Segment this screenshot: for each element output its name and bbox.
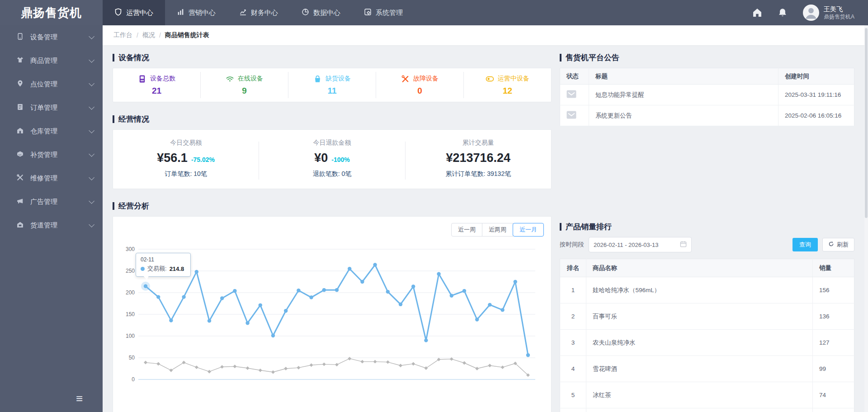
home-icon[interactable] — [752, 8, 762, 18]
user-name: 王美飞 — [824, 5, 854, 13]
device-overview-card: 设备总数21在线设备9缺货设备11故障设备0运营中设备12 — [113, 68, 552, 102]
pin-icon — [16, 80, 30, 89]
top-bar: 鼎扬售货机 运营中心营销中心财务中心数据中心系统管理 王美飞 鼎扬售货机A — [0, 0, 868, 25]
announcements-table: 状态标题创建时间 短息功能异常提醒 2025-03-31 19:11:16 系统… — [560, 68, 854, 126]
rank-number: 3 — [560, 330, 586, 356]
sidebar-item-8[interactable]: 广告管理 — [0, 190, 103, 213]
sidebar-item-1[interactable]: 设备管理 — [0, 25, 103, 49]
shield-icon — [114, 8, 122, 17]
bell-icon[interactable] — [778, 8, 788, 18]
announcement-row-1[interactable]: 短息功能异常提醒 2025-03-31 19:11:16 — [560, 85, 854, 105]
ranking-section-title: 产品销量排行 — [560, 222, 854, 232]
device-stat-1: 设备总数21 — [113, 75, 200, 96]
nav-item-1[interactable]: 运营中心 — [103, 0, 165, 25]
avatar — [803, 5, 819, 21]
breadcrumb-item-1[interactable]: 工作台 — [113, 31, 132, 39]
system-icon — [364, 8, 372, 17]
svg-text:200: 200 — [126, 289, 135, 296]
title-bar — [560, 54, 561, 62]
title-bar — [113, 115, 114, 123]
envelope-icon — [566, 90, 576, 98]
ranking-row-2[interactable]: 2 百事可乐 136 — [560, 303, 854, 330]
ranking-filter-row: 按时间段 2026-02-11 - 2026-03-13 查询 刷新 — [560, 237, 854, 252]
svg-text:250: 250 — [126, 268, 135, 274]
tools-icon — [401, 75, 410, 83]
sidebar-item-7[interactable]: 维修管理 — [0, 166, 103, 190]
announcement-time: 2025-03-31 19:11:16 — [778, 85, 854, 105]
range-button-1[interactable]: 近一周 — [451, 223, 482, 237]
title-bar — [113, 202, 114, 210]
rank-number: 4 — [560, 356, 586, 382]
topbar-right: 王美飞 鼎扬售货机A — [752, 0, 868, 25]
content: 工作台/概况/商品销售统计表 设备情况 设备总数21在线设备9缺货设备11故障设… — [103, 25, 868, 412]
nav-item-3[interactable]: 财务中心 — [227, 0, 290, 25]
lane-icon — [16, 221, 30, 230]
bars-icon — [177, 8, 184, 17]
user-menu[interactable]: 王美飞 鼎扬售货机A — [803, 5, 854, 21]
device-icon — [16, 33, 30, 42]
chevron-down-icon — [89, 33, 94, 39]
sales-qty: 68 — [813, 408, 854, 412]
series-dot — [141, 267, 145, 271]
envelope-icon — [566, 111, 576, 119]
app-logo: 鼎扬售货机 — [0, 0, 103, 25]
sales-qty: 127 — [813, 330, 854, 356]
product-name: 可口可乐（330mL） — [586, 408, 813, 412]
ranking-row-3[interactable]: 3 农夫山泉纯净水 127 — [560, 330, 854, 356]
chevron-down-icon — [89, 175, 94, 180]
range-buttons: 近一周近两周近一月 — [113, 217, 551, 237]
page: 鼎扬售货机 运营中心营销中心财务中心数据中心系统管理 王美飞 鼎扬售货机A 设备… — [0, 0, 868, 412]
range-button-2[interactable]: 近两周 — [482, 223, 513, 237]
device-stat-value: 0 — [417, 86, 422, 96]
business-section-title: 经营情况 — [113, 114, 552, 124]
refresh-button[interactable]: 刷新 — [822, 238, 854, 251]
device-section-title: 设备情况 — [113, 52, 552, 62]
collapse-menu-icon[interactable]: ≡ — [76, 392, 83, 406]
ranking-row-4[interactable]: 4 雪花啤酒 99 — [560, 356, 854, 382]
nav-item-4[interactable]: 数据中心 — [290, 0, 352, 25]
product-name: 冰红茶 — [586, 382, 813, 408]
ranking-row-1[interactable]: 1 娃哈哈纯净水（596mL） 156 — [560, 277, 854, 303]
business-stat-1: 今日交易额 ¥56.1-75.02% 订单笔数: 10笔 — [113, 139, 259, 182]
sidebar-item-6[interactable]: 补货管理 — [0, 143, 103, 166]
date-range-input[interactable]: 2026-02-11 - 2026-03-13 — [589, 237, 692, 252]
repair-icon — [16, 174, 30, 183]
chart-tooltip: 02-11 交易额: 214.8 — [136, 253, 191, 277]
sidebar-item-5[interactable]: 仓库管理 — [0, 119, 103, 143]
order-icon — [16, 103, 30, 112]
chevron-down-icon — [89, 128, 94, 133]
ranking-row-6[interactable]: 6 可口可乐（330mL） 68 — [560, 408, 854, 412]
page-scrollbar[interactable] — [864, 25, 868, 412]
business-stat-3: 累计交易量 ¥213716.24 累计订单笔数: 39132笔 — [406, 139, 551, 182]
rank-number: 5 — [560, 382, 586, 408]
announcements-section-title: 售货机平台公告 — [560, 52, 854, 62]
breadcrumb-item-3: 商品销售统计表 — [165, 31, 209, 39]
nav-item-5[interactable]: 系统管理 — [352, 0, 415, 25]
scrollbar-thumb[interactable] — [865, 28, 868, 218]
calendar-icon — [680, 241, 687, 249]
sidebar-item-3[interactable]: 点位管理 — [0, 72, 103, 96]
nav-item-2[interactable]: 营销中心 — [165, 0, 227, 25]
business-value: ¥213716.24 — [446, 151, 510, 165]
chevron-down-icon — [89, 198, 94, 204]
rank-number: 6 — [560, 408, 586, 412]
query-button[interactable]: 查询 — [793, 238, 818, 251]
chevron-down-icon — [89, 57, 94, 63]
product-name: 农夫山泉纯净水 — [586, 330, 813, 356]
sidebar-item-4[interactable]: 订单管理 — [0, 96, 103, 119]
tooltip-value: 214.8 — [170, 265, 184, 272]
announcement-row-2[interactable]: 系统更新公告 2025-02-06 16:05:16 — [560, 105, 854, 126]
device-stat-value: 12 — [503, 86, 512, 96]
range-button-3[interactable]: 近一月 — [513, 223, 544, 237]
rank-number: 2 — [560, 303, 586, 330]
wifi-icon — [226, 75, 234, 83]
ranking-row-5[interactable]: 5 冰红茶 74 — [560, 382, 854, 408]
business-percent: -75.02% — [191, 156, 215, 163]
sidebar-item-2[interactable]: 商品管理 — [0, 49, 103, 72]
announcements-col-2: 标题 — [589, 68, 778, 85]
breadcrumb-item-2[interactable]: 概况 — [142, 31, 155, 39]
analysis-section-title: 经营分析 — [113, 201, 552, 211]
business-sub: 累计订单笔数: 39132笔 — [445, 170, 511, 178]
pie-icon — [302, 8, 309, 17]
sidebar-item-9[interactable]: 货道管理 — [0, 213, 103, 237]
